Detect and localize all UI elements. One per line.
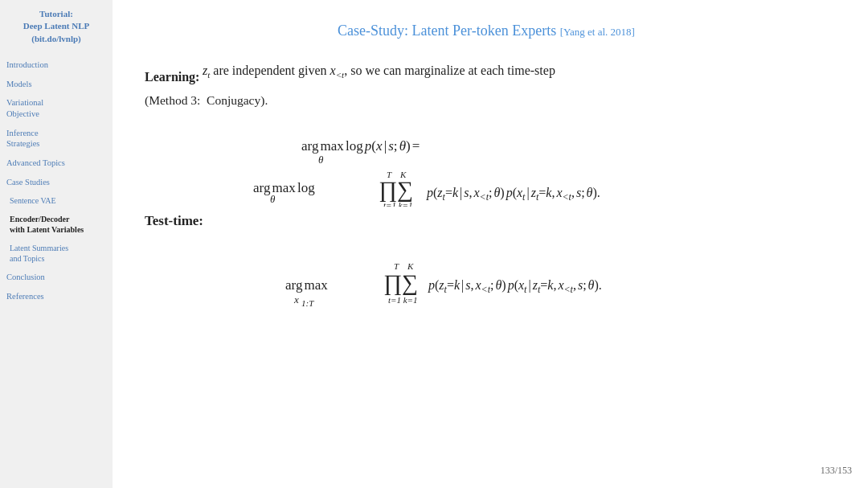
method-line: (Method 3: Conjugacy). xyxy=(145,91,828,111)
sidebar-item-latent-summaries[interactable]: Latent Summariesand Topics xyxy=(6,243,106,264)
math-block-learning: arg max log p(x | s; θ) = θ arg max log … xyxy=(205,126,768,207)
main-content: Case-Study: Latent Per-token Experts [Ya… xyxy=(113,0,868,488)
svg-text:arg max log: arg max log xyxy=(253,180,317,195)
svg-text:θ: θ xyxy=(270,193,276,205)
sidebar-item-sentence-vae[interactable]: Sentence VAE xyxy=(6,195,106,206)
sidebar-item-variational[interactable]: VariationalObjective xyxy=(6,97,106,119)
svg-text:zt are independent given x<t, : zt are independent given x<t, so we can … xyxy=(203,64,555,80)
svg-text:arg max: arg max xyxy=(285,277,330,293)
sidebar-title: Tutorial:Deep Latent NLP(bit.do/lvnlp) xyxy=(6,8,106,45)
sidebar-item-advanced[interactable]: Advanced Topics xyxy=(6,158,106,169)
learning-label: Learning: xyxy=(145,67,199,88)
slide-reference: [Yang et al. 2018] xyxy=(560,26,635,38)
sidebar: Tutorial:Deep Latent NLP(bit.do/lvnlp) I… xyxy=(0,0,113,488)
sidebar-item-references[interactable]: References xyxy=(6,291,106,302)
sidebar-item-models[interactable]: Models xyxy=(6,79,106,90)
svg-text:1:T: 1:T xyxy=(301,298,314,308)
sidebar-item-inference[interactable]: InferenceStrategies xyxy=(6,128,106,150)
sidebar-item-encoder-decoder[interactable]: Encoder/Decoderwith Latent Variables xyxy=(6,214,106,235)
sidebar-item-case-studies[interactable]: Case Studies xyxy=(6,177,106,188)
sidebar-item-introduction[interactable]: Introduction xyxy=(6,59,106,71)
sidebar-item-conclusion[interactable]: Conclusion xyxy=(6,272,106,283)
svg-text:∏∑: ∏∑ xyxy=(379,177,413,203)
slide-number: 133/153 xyxy=(821,465,852,477)
slide-title: Case-Study: Latent Per-token Experts [Ya… xyxy=(145,23,828,39)
math-block-test-time: arg max x 1:T T K ∏∑ t=1 k=1 p(zt=k | s,… xyxy=(205,245,768,318)
svg-text:p(zt=k | s, x<t; θ) p(xt | zt=: p(zt=k | s, x<t; θ) p(xt | zt=k, x<t, s;… xyxy=(426,186,600,203)
svg-text:x: x xyxy=(293,293,299,306)
test-time-header: Test-time: xyxy=(145,210,828,232)
svg-text:θ: θ xyxy=(318,154,324,166)
learning-line: Learning: zt are independent given x<t, … xyxy=(145,59,828,88)
svg-text:∏∑: ∏∑ xyxy=(383,270,418,296)
content-area: Learning: zt are independent given x<t, … xyxy=(145,59,828,472)
svg-text:p(zt=k | s, x<t; θ) p(xt | zt=: p(zt=k | s, x<t; θ) p(xt | zt=k, x<t, s;… xyxy=(428,278,602,295)
svg-text:t=1 k=1: t=1 k=1 xyxy=(388,295,418,305)
svg-text:arg max log p(x | s; θ) =: arg max log p(x | s; θ) = xyxy=(301,138,420,154)
svg-text:t=1 k=1: t=1 k=1 xyxy=(383,200,413,207)
learning-math: zt are independent given x<t, so we can … xyxy=(203,59,701,81)
